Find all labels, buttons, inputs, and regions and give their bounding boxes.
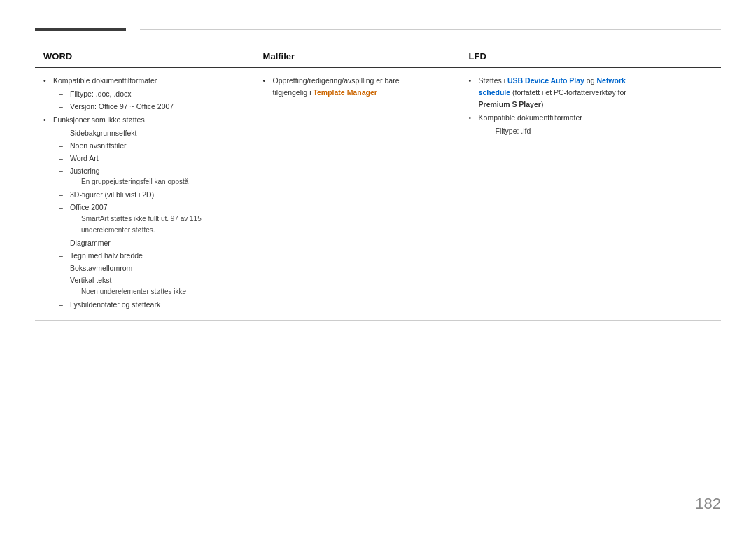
list-item: Versjon: Office 97 ~ Office 2007 xyxy=(59,101,246,113)
list-item: Filtype: .lfd xyxy=(484,125,713,137)
page-container: WORD Malfiler LFD Kompatible dokumentfil… xyxy=(0,0,756,534)
premium-s-player: Premium S Player xyxy=(479,100,541,108)
table-row: Kompatible dokumentfilformater Filtype: … xyxy=(35,68,721,321)
list-item: Bokstavmellomrom xyxy=(59,262,246,274)
page-number: 182 xyxy=(695,495,721,513)
col-header-malfiler: Malfiler xyxy=(255,45,461,68)
usb-device-link: USB Device Auto Play xyxy=(507,76,584,85)
list-item: Justering En gruppejusteringsfeil kan op… xyxy=(59,165,246,188)
list-item: Støttes i USB Device Auto Play og Networ… xyxy=(469,75,713,110)
list-item: Noen avsnittstiler xyxy=(59,140,246,152)
content-table: WORD Malfiler LFD Kompatible dokumentfil… xyxy=(35,45,721,321)
list-item: Sidebakgrunnseffekt xyxy=(59,127,246,139)
list-item: Vertikal tekst Noen underelementer støtt… xyxy=(59,274,246,297)
list-item: Lysbildenotater og støtteark xyxy=(59,299,246,311)
network-link: Network xyxy=(596,76,625,85)
lfd-cell: Støttes i USB Device Auto Play og Networ… xyxy=(461,68,721,321)
list-item: Tegn med halv bredde xyxy=(59,250,246,262)
sub-note: Noen underelementer støttes ikke xyxy=(70,286,246,297)
list-item: Office 2007 SmartArt støttes ikke fullt … xyxy=(59,202,246,236)
sub-note: SmartArt støttes ikke fullt ut. 97 av 11… xyxy=(70,213,246,236)
schedule-link: schedule xyxy=(479,88,511,97)
list-item: Diagrammer xyxy=(59,237,246,249)
template-manager-link: Template Manager xyxy=(313,88,377,97)
sub-note: En gruppejusteringsfeil kan oppstå xyxy=(70,176,246,188)
top-bar xyxy=(35,28,721,31)
list-item: 3D-figurer (vil bli vist i 2D) xyxy=(59,189,246,201)
list-item: Oppretting/redigering/avspilling er bare… xyxy=(263,75,452,99)
list-item: Kompatible dokumentfilformater Filtype: … xyxy=(43,75,246,112)
list-item: Kompatible dokumentfilformater Filtype: … xyxy=(469,112,713,137)
col-header-word: WORD xyxy=(35,45,255,68)
list-item: Filtype: .doc, .docx xyxy=(59,88,246,100)
top-divider xyxy=(140,29,721,30)
list-item: Word Art xyxy=(59,153,246,164)
list-item: Funksjoner som ikke støttes Sidebakgrunn… xyxy=(43,114,246,311)
col-header-lfd: LFD xyxy=(461,45,721,68)
top-bar-accent xyxy=(35,28,126,31)
malfiler-cell: Oppretting/redigering/avspilling er bare… xyxy=(255,68,461,321)
word-cell: Kompatible dokumentfilformater Filtype: … xyxy=(35,68,255,321)
